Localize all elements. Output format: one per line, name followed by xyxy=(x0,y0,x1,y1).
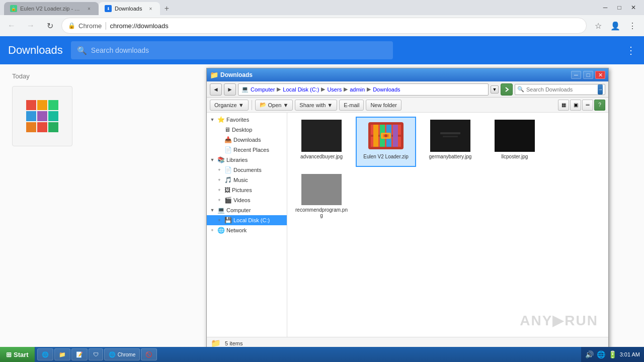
tab-downloads[interactable]: ⬇ Downloads × xyxy=(99,2,160,15)
organize-label: Organize xyxy=(214,102,237,108)
svg-rect-20 xyxy=(440,132,460,134)
germanybattery-thumb-svg xyxy=(430,120,470,152)
taskbar-items: 🌐 📁 📝 🛡 🌐 Chrome 🚫 xyxy=(35,348,581,360)
refresh-button[interactable]: ↻ xyxy=(42,18,57,33)
svg-rect-7 xyxy=(37,122,47,132)
sidebar-item-libraries[interactable]: ▼ 📚 Libraries xyxy=(207,155,287,165)
bookmark-button[interactable]: ☆ xyxy=(591,18,606,33)
explorer-address-bar[interactable]: 💻 Computer ▶ Local Disk (C:) ▶ Users ▶ a… xyxy=(238,83,489,96)
taskbar-notepad-icon: 📝 xyxy=(76,351,83,358)
url-display[interactable]: chrome://downloads xyxy=(110,22,168,30)
explorer-forward-button[interactable]: ► xyxy=(224,83,236,96)
new-folder-button[interactable]: New folder xyxy=(366,100,401,111)
explorer-search-go-button[interactable]: → xyxy=(598,84,603,95)
sidebar-item-pictures[interactable]: + 🖼 Pictures xyxy=(207,185,287,195)
share-with-button[interactable]: Share with ▼ xyxy=(295,100,337,111)
tab-close-downloads[interactable]: × xyxy=(147,5,154,12)
explorer-crumb-downloads[interactable]: Downloads xyxy=(373,86,400,93)
downloads-header: Downloads 🔍 ⋮ xyxy=(0,36,644,64)
file-item-llcposter[interactable]: llcposter.jpg xyxy=(485,117,545,167)
chrome-label: Chrome xyxy=(78,22,102,30)
sidebar-item-music[interactable]: + 🎵 Music xyxy=(207,175,287,185)
taskbar-item-ie[interactable]: 🌐 xyxy=(37,348,53,360)
explorer-crumb-users[interactable]: Users xyxy=(327,86,342,93)
security-icon: 🔒 xyxy=(68,22,75,29)
explorer-search-icon: 🔍 xyxy=(517,86,524,93)
help-button[interactable]: ? xyxy=(594,100,605,111)
explorer-back-button[interactable]: ◄ xyxy=(210,83,222,96)
explorer-crumb-localdisk[interactable]: Local Disk (C:) xyxy=(283,86,319,93)
file-item-germanybattery[interactable]: germanybattery.jpg xyxy=(420,117,480,167)
sidebar-item-network[interactable]: + 🌐 Network xyxy=(207,225,287,235)
title-bar: 🔒 Eulen V2 Loader.zip - AnonFiles × ⬇ Do… xyxy=(0,0,644,15)
sidebar-item-recent-places[interactable]: 📄 Recent Places xyxy=(207,145,287,155)
more-button[interactable]: ⋮ xyxy=(625,18,640,33)
forward-button[interactable]: → xyxy=(23,18,38,33)
tray-battery-icon[interactable]: 🔋 xyxy=(608,350,617,358)
explorer-crumb-admin[interactable]: admin xyxy=(350,86,365,93)
account-button[interactable]: 👤 xyxy=(608,18,623,33)
file-thumb-llcposter xyxy=(495,120,535,152)
open-button[interactable]: 📂 Open ▼ xyxy=(255,100,293,111)
start-button[interactable]: ⊞ Start xyxy=(0,347,35,362)
zip-icon-svg xyxy=(366,120,406,152)
downloads-more-button[interactable]: ⋮ xyxy=(626,44,636,56)
tray-network-icon[interactable]: 🌐 xyxy=(597,350,605,358)
sidebar-item-videos[interactable]: + 🎬 Videos xyxy=(207,195,287,205)
downloads-search-wrap[interactable]: 🔍 xyxy=(71,41,393,59)
sidebar-item-favorites[interactable]: ▼ ⭐ Favorites xyxy=(207,115,287,125)
sidebar-item-computer[interactable]: ▼ 💻 Computer xyxy=(207,205,287,215)
view-btn-2[interactable]: ▣ xyxy=(570,100,581,111)
view-btn-3[interactable]: ═ xyxy=(582,100,593,111)
sidebar-item-desktop[interactable]: 🖥 Desktop xyxy=(207,125,287,135)
explorer-addr-icon: 💻 xyxy=(242,86,249,93)
taskbar-item-security[interactable]: 🚫 xyxy=(141,348,157,360)
tab-anonfiles[interactable]: 🔒 Eulen V2 Loader.zip - AnonFiles × xyxy=(4,2,99,15)
status-count: 5 items xyxy=(225,340,243,346)
browser-minimize-button[interactable]: ─ xyxy=(599,2,612,13)
file-thumb-recommendprogram xyxy=(301,174,342,205)
tab-close-anonfiles[interactable]: × xyxy=(86,5,93,12)
explorer-files-area: advancedbuyer.jpg xyxy=(287,113,608,337)
taskbar-item-explorer[interactable]: 📁 xyxy=(54,348,70,360)
sidebar-item-local-disk[interactable]: + 💾 Local Disk (C:) xyxy=(207,215,287,225)
browser-close-button[interactable]: ✕ xyxy=(627,2,640,13)
file-item-advancedbuyer[interactable]: advancedbuyer.jpg xyxy=(291,117,352,167)
download-item-thumbnail xyxy=(26,100,58,132)
tray-volume-icon[interactable]: 🔊 xyxy=(585,350,594,358)
download-item[interactable] xyxy=(12,86,72,146)
explorer-search-wrap[interactable]: 🔍 → xyxy=(515,84,605,95)
explorer-crumb-computer[interactable]: Computer xyxy=(251,86,275,93)
taskbar-item-chrome[interactable]: 🌐 Chrome xyxy=(104,348,140,360)
sidebar-item-documents[interactable]: + 📄 Documents xyxy=(207,165,287,175)
tabs-area: 🔒 Eulen V2 Loader.zip - AnonFiles × ⬇ Do… xyxy=(4,0,597,15)
explorer-go-button[interactable] xyxy=(501,83,513,96)
new-tab-button[interactable]: + xyxy=(160,2,173,15)
address-input-wrap[interactable]: 🔒 Chrome | chrome://downloads xyxy=(61,18,587,34)
file-item-recommendprogram[interactable]: recommendprogram.png xyxy=(291,171,352,221)
file-label-advancedbuyer: advancedbuyer.jpg xyxy=(300,154,343,159)
explorer-address-dropdown[interactable]: ▼ xyxy=(491,85,499,94)
downloads-search-input[interactable] xyxy=(91,46,387,54)
start-icon: ⊞ xyxy=(6,351,12,358)
view-btn-1[interactable]: ▦ xyxy=(558,100,569,111)
organize-button[interactable]: Organize ▼ xyxy=(210,100,249,111)
back-button[interactable]: ← xyxy=(4,18,19,33)
explorer-search-input[interactable] xyxy=(526,86,596,93)
sidebar-item-downloads[interactable]: 📥 Downloads xyxy=(207,135,287,145)
downloads-page-title: Downloads xyxy=(8,44,63,57)
explorer-minimize-button[interactable]: ─ xyxy=(571,71,581,79)
tray-clock: 3:01 AM xyxy=(620,351,640,357)
svg-rect-5 xyxy=(48,111,58,121)
file-item-eulen-zip[interactable]: Eulen V2 Loader.zip xyxy=(356,117,416,167)
explorer-restore-button[interactable]: □ xyxy=(583,71,593,79)
explorer-close-button[interactable]: ✕ xyxy=(595,71,605,79)
taskbar-tray: 🔊 🌐 🔋 3:01 AM xyxy=(581,347,644,362)
svg-rect-12 xyxy=(373,125,378,147)
taskbar-item-notepad[interactable]: 📝 xyxy=(71,348,88,360)
email-button[interactable]: E-mail xyxy=(339,100,364,111)
svg-rect-4 xyxy=(37,111,47,121)
browser-maximize-button[interactable]: □ xyxy=(613,2,626,13)
file-label-recommendprogram: recommendprogram.png xyxy=(294,207,349,218)
taskbar-item-shield[interactable]: 🛡 xyxy=(89,348,103,360)
